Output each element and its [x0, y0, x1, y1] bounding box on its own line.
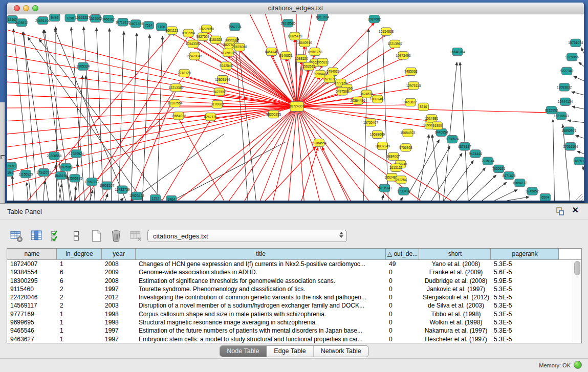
graph-node[interactable]: 2935114: [482, 157, 494, 165]
graph-node[interactable]: 12093832: [557, 83, 572, 91]
graph-node[interactable]: 18640910: [297, 39, 312, 47]
graph-node[interactable]: 18226058: [199, 25, 214, 33]
graph-node[interactable]: 10973493: [396, 52, 410, 59]
graph-node[interactable]: 7955812: [316, 58, 330, 66]
graph-node[interactable]: 10807487: [370, 95, 385, 103]
graph-node[interactable]: 9827509: [197, 33, 210, 40]
graph-node[interactable]: 18807249: [375, 142, 390, 150]
graph-node[interactable]: 8454749: [265, 48, 278, 56]
close-panel-icon[interactable]: ✕: [572, 206, 579, 215]
graph-node[interactable]: 1615132: [389, 164, 403, 171]
graph-node[interactable]: 10654112: [513, 179, 528, 187]
graph-node[interactable]: 20676068: [232, 43, 247, 51]
network-view-window[interactable]: citations_edges.txt 18463240557220691406…: [6, 3, 585, 204]
graph-node[interactable]: 12444154: [558, 98, 573, 105]
graph-node[interactable]: 7298: [65, 14, 75, 22]
float-panel-icon[interactable]: [555, 207, 564, 216]
graph-node[interactable]: 12975115: [406, 82, 421, 90]
graph-node[interactable]: 9464: [166, 195, 177, 201]
column-header-title[interactable]: title: [136, 249, 386, 259]
graph-node[interactable]: 9242848: [220, 62, 233, 70]
graph-node[interactable]: 15135141: [377, 184, 392, 192]
graph-node[interactable]: 1545194: [54, 172, 68, 180]
scrollbar-thumb[interactable]: [574, 261, 580, 275]
table-row[interactable]: 1872400712008Changes of HCN gene express…: [7, 260, 581, 268]
table-row[interactable]: 1938455462009Genome-wide association stu…: [7, 268, 581, 276]
graph-node[interactable]: 1588520: [295, 55, 308, 62]
graph-node[interactable]: 2087682: [368, 15, 381, 23]
graph-node[interactable]: 19218586: [280, 19, 295, 27]
graph-node[interactable]: 10671385: [128, 20, 143, 28]
control-panel-divider[interactable]: [0, 102, 5, 203]
graph-node[interactable]: 10688609: [370, 130, 385, 138]
graph-node[interactable]: 9884067: [387, 152, 400, 160]
graph-node[interactable]: 9463627: [404, 98, 417, 106]
graph-node[interactable]: 10543392: [186, 40, 201, 48]
graph-node[interactable]: 15892971: [561, 127, 576, 135]
graph-node[interactable]: 9170083: [211, 100, 224, 108]
graph-node[interactable]: 16648784: [450, 48, 465, 56]
graph-node[interactable]: 93194: [7, 168, 13, 176]
graph-node[interactable]: 6794024: [326, 68, 340, 75]
column-header-in-degree[interactable]: in_degree: [57, 249, 102, 259]
graph-node[interactable]: 16154838: [379, 28, 394, 35]
graph-node[interactable]: 6504: [540, 193, 550, 201]
graph-node[interactable]: 7485063: [404, 68, 418, 75]
graph-node[interactable]: 19384554: [312, 139, 326, 147]
table-row[interactable]: 946362711997Embryonic stem cells: a mode…: [7, 335, 581, 343]
graph-node[interactable]: 2718120: [178, 69, 191, 77]
graph-node[interactable]: 12213967: [387, 40, 402, 48]
graph-node[interactable]: 9245652: [526, 187, 539, 195]
graph-node[interactable]: 12803144: [215, 75, 230, 83]
graph-node[interactable]: 9756928: [399, 144, 412, 151]
graph-node[interactable]: 13325419: [287, 32, 302, 40]
graph-node[interactable]: 15751074: [568, 39, 583, 47]
graph-node[interactable]: 21756185: [221, 49, 235, 57]
graph-node[interactable]: 8267130: [204, 113, 217, 121]
graph-node[interactable]: 19654923: [400, 129, 415, 137]
table-row[interactable]: 946554611997Estimation of the future num…: [7, 326, 581, 335]
graph-node[interactable]: 9329966: [565, 53, 579, 61]
graph-node[interactable]: 6497568: [336, 87, 349, 95]
graph-node[interactable]: 17342757: [36, 168, 51, 176]
graph-node[interactable]: 252254: [396, 176, 407, 184]
graph-node[interactable]: 8938924: [446, 135, 459, 143]
graph-node[interactable]: 1527602: [89, 15, 102, 23]
table-settings-icon-button[interactable]: [9, 229, 24, 243]
graph-node[interactable]: 12505135: [68, 174, 82, 182]
graph-node[interactable]: 91959: [432, 122, 442, 129]
vertical-scrollbar[interactable]: [573, 260, 581, 342]
memory-ok-indicator-icon[interactable]: [574, 361, 582, 369]
graph-node[interactable]: 1733426: [397, 187, 410, 195]
graph-node[interactable]: 6879197: [458, 143, 471, 150]
column-visibility-icon-button[interactable]: [29, 229, 43, 243]
tab-network-table[interactable]: Network Table: [313, 346, 368, 357]
canvas-resize-grip-icon[interactable]: [576, 194, 582, 200]
table-row[interactable]: 1456911722003Disruption of a novel membe…: [7, 301, 581, 310]
graph-node[interactable]: 17016504: [563, 143, 578, 150]
table-row[interactable]: 2242004622012Investigating the contribut…: [7, 293, 581, 301]
graph-node[interactable]: 7514: [143, 21, 154, 29]
graph-node[interactable]: 9227349: [560, 67, 574, 75]
window-titlebar[interactable]: citations_edges.txt: [7, 3, 584, 14]
table-row[interactable]: 977716911998Corpus callosum shape and si…: [7, 310, 581, 318]
graph-node[interactable]: 2905334: [77, 62, 90, 70]
graph-node[interactable]: 15720407: [363, 119, 378, 126]
graph-node[interactable]: 3624534: [360, 90, 373, 98]
minimize-window-button[interactable]: [23, 5, 29, 11]
graph-node[interactable]: 19654938: [171, 112, 186, 120]
graph-node[interactable]: 17359924: [69, 150, 84, 158]
graph-node[interactable]: 20691406: [35, 17, 50, 25]
graph-node[interactable]: 1292: [150, 194, 160, 201]
graph-node[interactable]: 8471626: [503, 172, 516, 180]
column-header-out-degree[interactable]: △ out_de...: [386, 249, 419, 259]
graph-node[interactable]: 2405572: [15, 19, 28, 27]
column-header-name[interactable]: name: [7, 249, 57, 259]
graph-node[interactable]: 8912954: [182, 29, 195, 37]
tab-edge-table[interactable]: Edge Table: [266, 346, 313, 357]
graph-node[interactable]: 16782759: [115, 186, 129, 193]
tab-node-table[interactable]: Node Table: [220, 346, 266, 357]
table-row[interactable]: 1830029562008Estimation of significance …: [7, 277, 581, 285]
table-row[interactable]: 969969511998Structural magnetic resonanc…: [7, 318, 581, 326]
column-header-year[interactable]: year: [102, 249, 136, 259]
